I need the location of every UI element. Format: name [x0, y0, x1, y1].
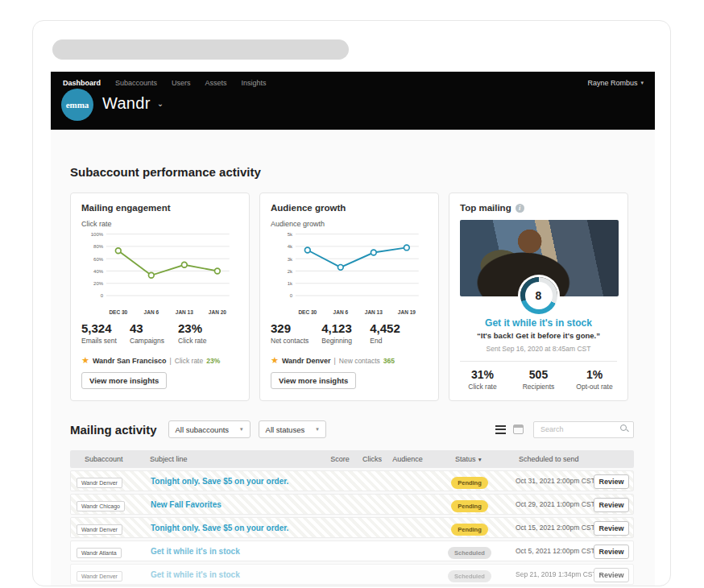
chevron-down-icon: ▾	[640, 80, 644, 86]
col-status[interactable]: Status▼	[424, 455, 513, 463]
status-badge: Scheduled	[448, 547, 491, 559]
subject-link[interactable]: Get it while it's in stock	[145, 570, 327, 579]
nav-item-dashboard[interactable]: Dashboard	[63, 79, 101, 87]
engagement-stats: 5,324 Emails sent 43 Campaigns 23% Click…	[81, 321, 238, 345]
col-score: Score	[326, 455, 354, 463]
table-row: Wandr DenverTonight only. Save $5 on you…	[70, 470, 634, 491]
col-subaccount: Subaccount	[70, 455, 144, 463]
stat-emails-sent: 5,324 Emails sent	[81, 321, 117, 345]
review-button[interactable]: Review	[594, 545, 629, 559]
view-more-insights-button[interactable]: View more insights	[81, 372, 167, 389]
stat-click-rate: 31% Click rate	[462, 368, 503, 391]
chevron-down-icon: ⌄	[157, 99, 164, 108]
search-icon	[620, 424, 627, 431]
search-box	[533, 420, 634, 438]
performance-cards: Mailing engagement Click rate 100%80%60%…	[70, 193, 628, 401]
scheduled-cell: Sep 21, 2019 1:34pm CST	[514, 570, 590, 578]
svg-text:JAN 20: JAN 20	[209, 309, 226, 315]
svg-text:JAN 6: JAN 6	[144, 309, 159, 315]
svg-text:100%: 100%	[91, 232, 104, 237]
top-mailing-preheader: “It's back! Get it before it's gone.”	[460, 331, 617, 340]
stat-beginning: 4,123 Beginning	[321, 321, 357, 345]
review-button[interactable]: Review	[594, 568, 629, 582]
statuses-filter-dropdown[interactable]: All statuses ▾	[259, 420, 326, 438]
svg-text:DEC 30: DEC 30	[109, 309, 127, 315]
card-title: Mailing engagement	[81, 203, 238, 213]
subject-link[interactable]: Tonight only. Save $5 on your order.	[145, 477, 327, 486]
action-cell: Review	[590, 473, 635, 489]
audience-stats: 329 Net contacts 4,123 Beginning 4,452 E…	[271, 321, 428, 345]
svg-text:4k: 4k	[288, 244, 293, 249]
stat-end: 4,452 End	[370, 321, 405, 345]
audience-line-chart: 5k4k3k2k1k0DEC 30JAN 6JAN 13JAN 19	[271, 230, 429, 318]
svg-text:40%: 40%	[93, 269, 104, 274]
list-view-icon[interactable]	[495, 425, 506, 434]
table-row: Wandr AtlantaGet it while it's in stockS…	[70, 540, 634, 561]
top-mailing-card: Top mailing i 8 Get it while it's in sto…	[449, 193, 628, 401]
calendar-view-icon[interactable]	[513, 424, 524, 434]
account-name: Wandr	[102, 94, 151, 113]
scheduled-cell: Oct 29, 2021 1:00pm CST	[514, 500, 590, 508]
subaccount-cell: Wandr Denver	[71, 520, 145, 535]
status-cell: Pending	[425, 497, 514, 512]
view-more-insights-button[interactable]: View more insights	[271, 372, 356, 389]
stat-click-rate: 23% Click rate	[178, 321, 213, 345]
nav-item-insights[interactable]: Insights	[242, 79, 267, 87]
svg-text:5k: 5k	[288, 232, 293, 237]
top-mailing-link[interactable]: Get it while it's in stock	[460, 317, 617, 329]
subject-link[interactable]: Tonight only. Save $5 on your order.	[145, 524, 327, 532]
mailing-engagement-card: Mailing engagement Click rate 100%80%60%…	[70, 193, 250, 401]
top-subaccount-highlight: ★ Wandr San Francisco | Click rate 23%	[81, 356, 238, 365]
review-button[interactable]: Review	[594, 498, 629, 512]
nav-item-subaccounts[interactable]: Subaccounts	[115, 79, 157, 87]
search-input[interactable]	[533, 421, 634, 438]
subaccount-cell: Wandr Atlanta	[71, 544, 145, 558]
top-nav: Dashboard Subaccounts Users Assets Insig…	[63, 79, 644, 87]
subaccounts-filter-dropdown[interactable]: All subaccounts ▾	[168, 420, 251, 438]
svg-text:2k: 2k	[288, 269, 293, 274]
svg-text:60%: 60%	[93, 257, 104, 262]
scheduled-cell: Oct 15, 2021 2:00pm CST	[514, 524, 590, 532]
review-button[interactable]: Review	[594, 474, 629, 489]
table-row: Wandr DenverTonight only. Save $5 on you…	[70, 517, 634, 538]
scheduled-cell: Oct 5, 2021 12:00pm CST	[514, 547, 590, 555]
action-cell: Review	[590, 566, 635, 582]
status-badge: Pending	[451, 524, 488, 536]
star-icon: ★	[271, 356, 279, 365]
action-cell: Review	[590, 496, 635, 512]
svg-text:3k: 3k	[288, 257, 293, 262]
nav-item-users[interactable]: Users	[172, 79, 191, 87]
divider	[460, 361, 617, 362]
emma-logo[interactable]: emma	[61, 89, 93, 121]
card-title: Top mailing	[460, 203, 511, 213]
performance-heading: Subaccount performance activity	[70, 165, 261, 179]
emma-logo-text: emma	[66, 100, 89, 110]
sort-icon: ▼	[478, 457, 482, 462]
user-menu[interactable]: Rayne Rombus ▾	[587, 79, 644, 87]
status-cell: Pending	[425, 474, 514, 489]
subject-link[interactable]: New Fall Favorites	[145, 500, 327, 509]
svg-text:0: 0	[290, 293, 293, 298]
svg-text:JAN 13: JAN 13	[176, 309, 193, 315]
stat-opt-out-rate: 1% Opt-out rate	[574, 368, 615, 391]
account-switcher[interactable]: Wandr ⌄	[102, 94, 164, 113]
stat-campaigns: 43 Campaigns	[130, 321, 165, 345]
svg-text:20%: 20%	[93, 281, 104, 286]
subject-link[interactable]: Get it while it's in stock	[145, 547, 327, 556]
status-cell: Scheduled	[425, 567, 514, 582]
status-cell: Scheduled	[425, 544, 514, 559]
subaccount-cell: Wandr Chicago	[71, 497, 145, 511]
subaccount-cell: Wandr Denver	[71, 474, 145, 488]
chevron-down-icon: ▾	[316, 426, 319, 433]
mailing-score-value: 8	[525, 282, 553, 309]
subaccount-cell: Wandr Denver	[71, 567, 145, 582]
info-icon[interactable]: i	[516, 204, 524, 213]
review-button[interactable]: Review	[594, 521, 629, 536]
nav-item-assets[interactable]: Assets	[205, 79, 227, 87]
col-clicks: Clicks	[354, 455, 391, 463]
browser-frame: Dashboard Subaccounts Users Assets Insig…	[32, 20, 671, 586]
svg-text:0: 0	[101, 293, 104, 298]
subaccount-chip: Wandr Denver	[77, 571, 122, 582]
svg-text:80%: 80%	[93, 244, 104, 249]
mailing-score-gauge: 8	[520, 277, 557, 314]
